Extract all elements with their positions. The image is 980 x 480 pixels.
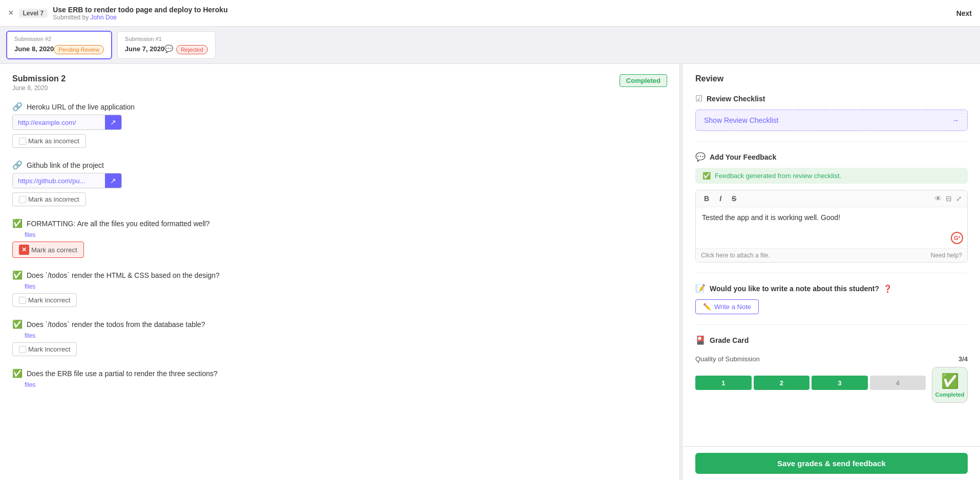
check-icon-5: ✅ xyxy=(12,319,23,329)
check-icon-4: ✅ xyxy=(12,270,23,280)
heroku-url-value: http://example.com/ xyxy=(13,116,105,129)
main-layout: Submission 2 June 8, 2020 Completed 🔗 He… xyxy=(0,64,980,480)
save-grades-button[interactable]: Save grades & send feedback xyxy=(695,453,968,474)
quality-label-row: Quality of Submission 3/4 xyxy=(695,355,968,363)
criteria-question-6: Does the ERB file use a partial to rende… xyxy=(27,369,218,378)
check-icon-3: ✅ xyxy=(12,219,23,228)
link-icon-1: 🔗 xyxy=(12,102,23,112)
attach-file-label[interactable]: Click here to attach a file. xyxy=(701,252,770,259)
check-icon-6: ✅ xyxy=(12,368,23,378)
grade-card: Quality of Submission 3/4 1 2 3 4 ✅ Comp… xyxy=(695,355,968,403)
help-tooltip-icon[interactable]: ❓ xyxy=(883,285,892,293)
criteria-item-github-url: 🔗 Github link of the project https://git… xyxy=(12,160,667,206)
criteria-files-4[interactable]: files xyxy=(25,283,667,290)
feedback-section-label: Add Your Feedback xyxy=(710,153,776,161)
grade-bars: 1 2 3 4 xyxy=(695,376,926,394)
checkbox-4 xyxy=(19,297,26,304)
feedback-section-header: 💬 Add Your Feedback xyxy=(695,152,968,162)
top-bar: × Level 7 Use ERB to render todo page an… xyxy=(0,0,980,27)
mark-incorrect-button-1[interactable]: Mark as incorrect xyxy=(12,134,86,148)
tab-submission-2[interactable]: Submission #2 June 8, 2020 Pending Revie… xyxy=(6,31,112,59)
help-label[interactable]: Need help? xyxy=(931,252,962,259)
top-bar-left: × Level 7 Use ERB to render todo page an… xyxy=(8,6,228,21)
quality-score: 3/4 xyxy=(958,355,968,363)
editor-toolbar: B I S 👁 ⊟ ⤢ xyxy=(696,190,967,207)
split-view-icon[interactable]: ⊟ xyxy=(946,194,952,203)
criteria-question-4: Does `/todos` render the HTML & CSS base… xyxy=(27,271,220,279)
grade-card-label: Grade Card xyxy=(710,336,749,344)
checklist-section-header: ☑ Review Checklist xyxy=(695,94,968,103)
top-title-group: Use ERB to render todo page and deploy t… xyxy=(53,6,227,21)
checkbox-2 xyxy=(19,196,26,203)
tab-1-label: Submission #1 xyxy=(125,36,208,42)
criteria-item-todos-db: ✅ Does `/todos` render the todos from th… xyxy=(12,319,667,356)
github-url-open-button[interactable]: ↗ xyxy=(105,173,121,188)
grammarly-badge: G² xyxy=(951,232,963,244)
write-note-button[interactable]: ✏️ Write a Note xyxy=(695,299,759,314)
feedback-success-banner: ✅ Feedback generated from review checkli… xyxy=(695,168,968,184)
note-section-header: 📝 Would you like to write a note about t… xyxy=(695,283,968,293)
arrow-right-icon: → xyxy=(952,116,959,124)
criteria-files-6[interactable]: files xyxy=(25,381,667,388)
submission-status-badge: Completed xyxy=(620,74,667,87)
criteria-files-5[interactable]: files xyxy=(25,332,667,339)
tab-2-date: June 8, 2020 xyxy=(14,45,54,53)
link-icon-2: 🔗 xyxy=(12,160,23,170)
tab-submission-1[interactable]: Submission #1 June 7, 2020 💬 Rejected xyxy=(117,31,216,59)
criteria-question-3: FORMATTING: Are all the files you edited… xyxy=(27,220,210,228)
editor-content: Tested the app and it is working well. G… xyxy=(702,213,840,222)
feedback-icon: 💬 xyxy=(695,152,706,162)
criteria-question-2: Github link of the project xyxy=(27,161,104,169)
grade-segment-1[interactable]: 1 xyxy=(695,376,752,390)
next-button[interactable]: Next xyxy=(956,9,972,17)
tab-1-status: Rejected xyxy=(176,45,207,54)
submission-header: Submission 2 June 8, 2020 Completed xyxy=(12,74,667,92)
mark-incorrect-button-4[interactable]: Mark incorrect xyxy=(12,293,77,307)
editor-footer: Click here to attach a file. Need help? xyxy=(696,248,967,262)
show-checklist-button[interactable]: Show Review Checklist → xyxy=(695,110,968,131)
criteria-item-formatting: ✅ FORMATTING: Are all the files you edit… xyxy=(12,219,667,258)
criteria-files-3[interactable]: files xyxy=(25,231,667,238)
grade-segment-2[interactable]: 2 xyxy=(754,376,810,390)
submission-date: June 8, 2020 xyxy=(12,84,66,92)
save-bar: Save grades & send feedback xyxy=(683,446,980,480)
tab-2-label: Submission #2 xyxy=(14,36,104,42)
heroku-url-open-button[interactable]: ↗ xyxy=(105,115,121,129)
close-button[interactable]: × xyxy=(8,8,14,18)
preview-icon[interactable]: 👁 xyxy=(934,194,942,203)
github-url-value: https://github.com/pu... xyxy=(13,174,105,188)
quality-label: Quality of Submission xyxy=(695,355,760,363)
bold-button[interactable]: B xyxy=(701,193,712,204)
x-icon-3: ✕ xyxy=(19,245,29,255)
italic-button[interactable]: I xyxy=(716,193,725,204)
criteria-question-1: Heroku URL of the live application xyxy=(27,103,135,111)
mark-correct-button-3[interactable]: ✕ Mark as correct xyxy=(12,242,84,258)
feedback-editor-body[interactable]: Tested the app and it is working well. G… xyxy=(696,207,967,248)
grade-segment-4[interactable]: 4 xyxy=(870,376,926,390)
grade-card-section-header: 🎴 Grade Card xyxy=(695,335,968,345)
strikethrough-button[interactable]: S xyxy=(729,193,739,204)
criteria-item-heroku-url: 🔗 Heroku URL of the live application htt… xyxy=(12,102,667,148)
fullscreen-icon[interactable]: ⤢ xyxy=(956,194,962,203)
checklist-icon: ☑ xyxy=(695,94,702,103)
grade-bar-wrapper: 1 2 3 4 xyxy=(695,376,926,390)
mark-incorrect-button-5[interactable]: Mark incorrect xyxy=(12,342,77,356)
submission-title: Submission 2 xyxy=(12,74,66,83)
tab-1-date: June 7, 2020 xyxy=(125,45,164,53)
submitter-link[interactable]: John Doe xyxy=(91,14,117,21)
mark-incorrect-button-2[interactable]: Mark as incorrect xyxy=(12,192,86,206)
left-panel: Submission 2 June 8, 2020 Completed 🔗 He… xyxy=(0,64,680,480)
level-badge: Level 7 xyxy=(19,9,48,18)
success-icon: ✅ xyxy=(702,172,711,180)
completed-circle: ✅ Completed xyxy=(932,367,968,403)
completed-checkmark-icon: ✅ xyxy=(941,373,959,389)
criteria-item-erb-partial: ✅ Does the ERB file use a partial to ren… xyxy=(12,368,667,388)
checkbox-1 xyxy=(19,138,26,145)
checkbox-5 xyxy=(19,346,26,353)
completed-circle-text: Completed xyxy=(935,391,965,398)
review-title: Review xyxy=(695,74,968,83)
submitted-by: Submitted by John Doe xyxy=(53,14,227,21)
write-note-icon: ✏️ xyxy=(703,303,711,311)
grade-segment-3[interactable]: 3 xyxy=(812,376,868,390)
tab-2-status: Pending Review xyxy=(54,45,104,54)
